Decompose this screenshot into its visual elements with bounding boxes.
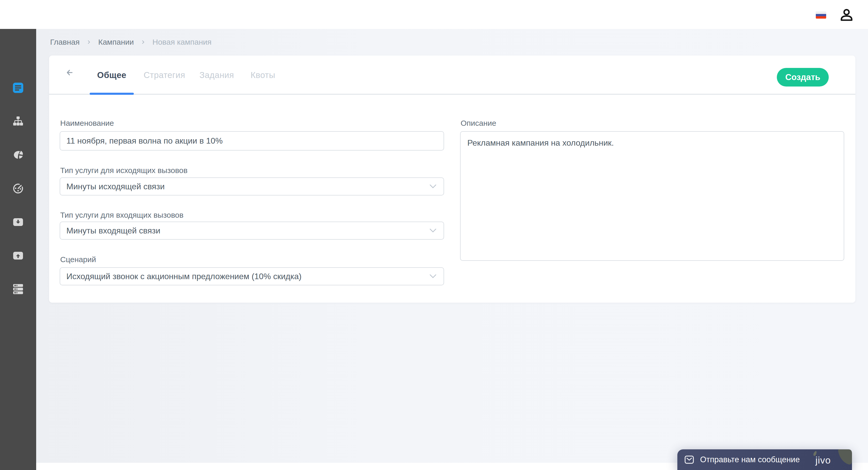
inbox-up-icon[interactable] — [12, 250, 24, 261]
scenario-label: Сценарий — [60, 255, 96, 264]
description-label: Описание — [461, 119, 496, 128]
incoming-service-label: Тип услуги для входящих вызовов — [60, 211, 183, 220]
tab-tasks[interactable]: Задания — [199, 70, 234, 80]
jivo-logo: jivo — [815, 455, 831, 466]
breadcrumb: Главная Кампании Новая кампания — [50, 38, 212, 46]
chevron-down-icon — [429, 228, 437, 233]
tab-strategy[interactable]: Стратегия — [144, 70, 185, 80]
name-label: Наименование — [60, 119, 114, 128]
outgoing-service-value: Минуты исходящей связи — [66, 182, 164, 191]
breadcrumb-current: Новая кампания — [152, 38, 212, 46]
flag-stripe-blue — [816, 14, 826, 16]
create-button[interactable]: Создать — [777, 68, 829, 87]
chevron-right-icon — [141, 40, 145, 44]
language-flag-icon[interactable] — [816, 11, 826, 19]
sidebar — [0, 29, 36, 470]
feed-icon[interactable] — [12, 82, 24, 93]
scenario-value: Исходящий звонок с акционным предложение… — [66, 272, 302, 281]
pie-chart-icon[interactable] — [12, 149, 24, 161]
active-tab-underline — [90, 93, 134, 95]
outgoing-service-label: Тип услуги для исходящих вызовов — [60, 166, 188, 175]
incoming-service-select[interactable]: Минуты входящей связи — [60, 222, 444, 240]
server-icon[interactable] — [12, 284, 24, 295]
chat-message: Отправьте нам сообщение — [700, 455, 800, 464]
tab-quotas[interactable]: Квоты — [251, 70, 275, 80]
tab-general[interactable]: Общее — [97, 70, 126, 80]
back-button[interactable] — [64, 67, 75, 78]
flag-stripe-white — [816, 11, 826, 14]
chat-widget[interactable]: Отправьте нам сообщение jivo — [677, 449, 852, 470]
chevron-down-icon — [429, 274, 437, 278]
chevron-right-icon — [87, 40, 91, 44]
inbox-down-icon[interactable] — [12, 216, 24, 228]
outgoing-service-select[interactable]: Минуты исходящей связи — [60, 178, 444, 195]
user-icon[interactable] — [840, 8, 854, 22]
app-window: Главная Кампании Новая кампания Общее Ст… — [0, 0, 868, 470]
incoming-service-value: Минуты входящей связи — [66, 226, 160, 236]
breadcrumb-campaigns[interactable]: Кампании — [98, 38, 134, 46]
campaign-card: Общее Стратегия Задания Квоты Создать На… — [49, 56, 855, 303]
top-bar — [0, 0, 868, 29]
content-area: Главная Кампании Новая кампания Общее Ст… — [36, 29, 868, 463]
name-input[interactable] — [60, 131, 444, 151]
scenario-select[interactable]: Исходящий звонок с акционным предложение… — [60, 267, 444, 285]
description-textarea[interactable]: Рекламная кампания на холодильник. — [460, 131, 844, 261]
sitemap-icon[interactable] — [12, 116, 24, 127]
flag-stripe-red — [816, 16, 826, 19]
envelope-icon — [684, 455, 694, 465]
breadcrumb-home[interactable]: Главная — [50, 38, 80, 46]
tabs-divider — [49, 94, 855, 95]
chevron-down-icon — [429, 184, 437, 189]
timer-icon[interactable] — [12, 183, 24, 194]
